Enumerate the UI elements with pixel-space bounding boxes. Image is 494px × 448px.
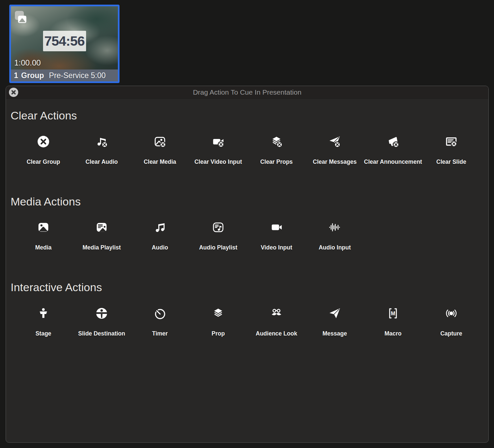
- action-timer[interactable]: Timer: [131, 305, 189, 337]
- action-palette-panel: Drag Action To Cue In Presentation Clear…: [6, 86, 489, 443]
- action-label: Clear Announcement: [364, 158, 422, 165]
- action-label: Macro: [384, 330, 402, 337]
- action-audience-look[interactable]: Audience Look: [247, 305, 306, 337]
- timer-overlay: 754:56: [43, 31, 86, 51]
- action-clear-audio[interactable]: Clear Audio: [73, 133, 131, 165]
- action-label: Timer: [152, 330, 168, 337]
- action-clear-media[interactable]: Clear Media: [131, 133, 189, 165]
- action-clear-slide[interactable]: Clear Slide: [422, 133, 480, 165]
- macro-icon: M: [387, 305, 399, 322]
- action-media[interactable]: Media: [14, 219, 73, 251]
- audio-waveform-icon: [328, 219, 341, 236]
- action-capture[interactable]: Capture: [422, 305, 480, 337]
- action-audio-input[interactable]: Audio Input: [306, 219, 364, 251]
- clear-actions-row: Clear Group Clear Audio: [14, 133, 481, 165]
- action-slide-destination[interactable]: Slide Destination: [73, 305, 131, 337]
- section-heading-media-actions: Media Actions: [11, 194, 81, 209]
- action-clear-props[interactable]: Clear Props: [247, 133, 306, 165]
- action-label: Clear Audio: [85, 158, 118, 165]
- clear-media-icon: [154, 133, 166, 150]
- action-clear-announcement[interactable]: Clear Announcement: [364, 133, 422, 165]
- timer-value: 754:56: [44, 33, 85, 49]
- action-label: Clear Media: [144, 158, 176, 165]
- cue-thumbnail[interactable]: 754:56 1:00.00 1 Group Pre-Service 5:00: [9, 5, 120, 83]
- media-actions-row: Media Media Playlist: [14, 219, 481, 251]
- action-label: Capture: [440, 330, 462, 337]
- presentation-editor: 754:56 1:00.00 1 Group Pre-Service 5:00 …: [0, 0, 494, 448]
- action-label: Audio: [152, 244, 168, 251]
- clear-video-input-icon: [212, 133, 224, 150]
- interactive-actions-row: Stage Slide Destination: [14, 305, 481, 337]
- audience-look-icon: [270, 305, 283, 322]
- stage-podium-icon: [37, 305, 50, 322]
- action-label: Prop: [212, 330, 225, 337]
- capture-record-icon: [445, 305, 458, 322]
- media-badge-icon: [18, 16, 26, 23]
- cue-number: 1: [14, 71, 18, 80]
- prop-layers-icon: [212, 305, 224, 322]
- action-label: Clear Group: [26, 158, 60, 165]
- action-media-playlist[interactable]: Media Playlist: [73, 219, 131, 251]
- cue-caption-bar: 1 Group Pre-Service 5:00: [11, 69, 118, 81]
- clear-announcement-icon: [387, 133, 399, 150]
- action-label: Video Input: [261, 244, 292, 251]
- video-camera-icon: [270, 219, 283, 236]
- action-prop[interactable]: Prop: [189, 305, 247, 337]
- timer-icon: [154, 305, 166, 322]
- panel-titlebar[interactable]: Drag Action To Cue In Presentation: [6, 86, 488, 99]
- close-icon: [11, 90, 16, 95]
- action-label: Media Playlist: [82, 244, 121, 251]
- svg-text:M: M: [391, 311, 395, 316]
- section-heading-interactive-actions: Interactive Actions: [11, 280, 102, 295]
- action-label: Message: [322, 330, 347, 337]
- action-label: Audio Playlist: [199, 244, 237, 251]
- action-audio-playlist[interactable]: Audio Playlist: [189, 219, 247, 251]
- clear-audio-icon: [95, 133, 108, 150]
- action-audio[interactable]: Audio: [131, 219, 189, 251]
- action-clear-group[interactable]: Clear Group: [14, 133, 73, 165]
- clear-group-icon: [37, 133, 50, 150]
- audio-note-icon: [154, 219, 166, 236]
- action-clear-messages[interactable]: Clear Messages: [306, 133, 364, 165]
- slide-destination-icon: [95, 305, 108, 322]
- action-label: Slide Destination: [78, 330, 125, 337]
- clear-messages-icon: [328, 133, 341, 150]
- action-label: Media: [35, 244, 52, 251]
- message-send-icon: [328, 305, 341, 322]
- panel-title: Drag Action To Cue In Presentation: [193, 88, 302, 96]
- action-video-input[interactable]: Video Input: [247, 219, 306, 251]
- audio-playlist-icon: [212, 219, 224, 236]
- media-icon: [37, 219, 50, 236]
- cue-countdown: 1:00.00: [14, 58, 41, 67]
- action-label: Audience Look: [256, 330, 297, 337]
- action-label: Audio Input: [319, 244, 351, 251]
- close-button[interactable]: [9, 88, 18, 97]
- clear-props-icon: [270, 133, 283, 150]
- action-label: Clear Video Input: [194, 158, 242, 165]
- action-message[interactable]: Message: [306, 305, 364, 337]
- cue-group-label: Group: [21, 71, 44, 80]
- action-macro[interactable]: M Macro: [364, 305, 422, 337]
- action-label: Clear Props: [260, 158, 293, 165]
- action-label: Stage: [35, 330, 51, 337]
- clear-slide-icon: [445, 133, 458, 150]
- action-stage[interactable]: Stage: [14, 305, 73, 337]
- cue-title: Pre-Service 5:00: [49, 71, 106, 80]
- action-label: Clear Slide: [436, 158, 466, 165]
- action-label: Clear Messages: [313, 158, 357, 165]
- section-heading-clear-actions: Clear Actions: [11, 108, 77, 123]
- action-clear-video-input[interactable]: Clear Video Input: [189, 133, 247, 165]
- media-playlist-icon: [95, 219, 108, 236]
